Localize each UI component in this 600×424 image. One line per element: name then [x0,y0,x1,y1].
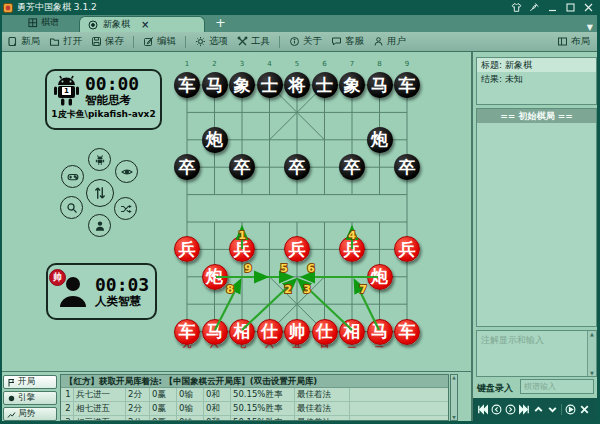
edit-button[interactable]: 编辑 [143,35,176,48]
tab-new-game[interactable]: 新象棋 × [79,16,205,32]
piece-炮-red[interactable]: 炮 [202,264,228,290]
window-title: 勇芳中国象棋 3.1.2 [17,1,97,14]
annotation-box[interactable]: 注解显示和输入 ▲▼ [476,330,597,377]
piece-车-black[interactable]: 车 [174,72,200,98]
minimize-button[interactable] [547,2,558,13]
piece-相-red[interactable]: 相 [229,319,255,345]
piece-兵-red[interactable]: 兵 [284,236,310,262]
piece-兵-red[interactable]: 兵 [394,236,420,262]
user-button[interactable]: 用户 [373,35,406,48]
close-button[interactable] [583,2,594,13]
piece-象-black[interactable]: 象 [339,72,365,98]
piece-马-red[interactable]: 马 [367,319,393,345]
piece-兵-red[interactable]: 兵 [339,236,365,262]
piece-帅-red[interactable]: 帅 [284,319,310,345]
tab-close-icon[interactable]: × [141,19,149,30]
ai-move-button[interactable] [88,148,111,171]
piece-仕-red[interactable]: 仕 [257,319,283,345]
piece-炮-black[interactable]: 炮 [202,127,228,153]
piece-相-red[interactable]: 相 [339,319,365,345]
piece-兵-red[interactable]: 兵 [229,236,255,262]
skin-icon[interactable] [511,2,522,13]
pin-icon[interactable] [529,2,540,13]
opening-book-row[interactable]: 2相七进五2分0赢0输0和50.15%胜率最佳着法 [61,402,448,416]
wrench-icon [237,36,248,47]
open-button[interactable]: 打开 [49,35,82,48]
piece-卒-black[interactable]: 卒 [394,154,420,180]
opening-book-cell: 0和 [204,388,231,401]
piece-车-red[interactable]: 车 [174,319,200,345]
piece-将-black[interactable]: 将 [284,72,310,98]
move-list-header[interactable]: == 初始棋局 == [477,109,596,123]
scroll-down-icon[interactable]: ▼ [590,370,594,376]
new-game-button[interactable]: 新局 [7,35,40,48]
piece-卒-black[interactable]: 卒 [284,154,310,180]
options-button[interactable]: 选项 [195,35,228,48]
next-move-button[interactable] [504,403,517,416]
analyze-button[interactable] [60,196,83,219]
tools-button[interactable]: 工具 [237,35,270,48]
tab-add-button[interactable]: + [215,15,226,30]
piece-卒-black[interactable]: 卒 [174,154,200,180]
piece-炮-black[interactable]: 炮 [367,127,393,153]
piece-士-black[interactable]: 士 [257,72,283,98]
move-list-box[interactable]: == 初始棋局 == [476,108,597,327]
scroll-up-icon[interactable]: ▲ [590,331,594,337]
variation-down-button[interactable] [546,403,559,416]
opening-book-panel: 【红方】获取开局库着法: 【中国象棋云开局库】(双击设置开局库) 1兵七进一2分… [60,374,449,421]
piece-车-red[interactable]: 车 [394,319,420,345]
piece-马-black[interactable]: 马 [202,72,228,98]
new-file-icon [7,36,18,47]
piece-车-black[interactable]: 车 [394,72,420,98]
arrow-number-label: 3 [303,283,311,296]
game-mode-button[interactable] [61,165,84,188]
piece-象-black[interactable]: 象 [229,72,255,98]
scroll-down-icon[interactable]: ▼ [452,415,455,420]
save-button[interactable]: 保存 [91,35,124,48]
maximize-button[interactable] [565,2,576,13]
game-result-row[interactable]: 结果: 未知 [477,72,596,86]
keyboard-entry-input[interactable] [520,379,594,394]
piece-马-black[interactable]: 马 [367,72,393,98]
human-move-button[interactable] [88,214,111,237]
tabbar: 棋谱 新象棋 × + ▼ [0,15,600,32]
evaluation-tab-button[interactable]: 局势 [3,407,57,421]
piece-卒-black[interactable]: 卒 [229,154,255,180]
layout-button[interactable]: 布局 [557,35,590,48]
close-x-icon [579,404,590,415]
chess-icon [88,20,98,30]
autoplay-button[interactable] [564,403,577,416]
piece-士-black[interactable]: 士 [312,72,338,98]
piece-马-red[interactable]: 马 [202,319,228,345]
piece-卒-black[interactable]: 卒 [339,154,365,180]
piece-炮-red[interactable]: 炮 [367,264,393,290]
file-number-top: 8 [377,60,381,68]
last-move-button[interactable] [518,403,531,416]
about-button[interactable]: 关于 [289,35,322,48]
opening-book-cell: 0输 [177,388,204,401]
swap-sides-button[interactable] [86,179,114,207]
stop-button[interactable] [578,403,591,416]
shuffle-button[interactable] [114,197,137,220]
opening-book-header[interactable]: 【红方】获取开局库着法: 【中国象棋云开局库】(双击设置开局库) [61,375,448,388]
game-title-row[interactable]: 标题: 新象棋 [477,58,596,72]
variation-up-button[interactable] [532,403,545,416]
engine-tab-button[interactable]: 引擎 [3,391,57,405]
opening-book-tab-button[interactable]: 开局 [3,375,57,389]
opening-book-cell: 最佳着法 [295,388,350,401]
tab-library[interactable]: 棋谱 [28,16,59,29]
piece-兵-red[interactable]: 兵 [174,236,200,262]
support-button[interactable]: 客服 [331,35,364,48]
piece-仕-red[interactable]: 仕 [312,319,338,345]
first-move-button[interactable] [476,403,489,416]
watch-mode-button[interactable] [115,160,138,183]
file-number-top: 2 [212,60,216,68]
scroll-up-icon[interactable]: ▲ [452,375,455,380]
pencil-icon [143,36,154,47]
annotation-scrollbar[interactable]: ▲▼ [587,331,596,376]
file-number-top: 4 [267,60,272,68]
opening-book-row[interactable]: 1兵七进一2分0赢0输0和50.15%胜率最佳着法 [61,388,448,402]
opening-book-scrollbar[interactable]: ▲▼ [450,374,458,421]
prev-move-button[interactable] [490,403,503,416]
tab-dropdown-icon[interactable]: ▼ [587,23,593,32]
